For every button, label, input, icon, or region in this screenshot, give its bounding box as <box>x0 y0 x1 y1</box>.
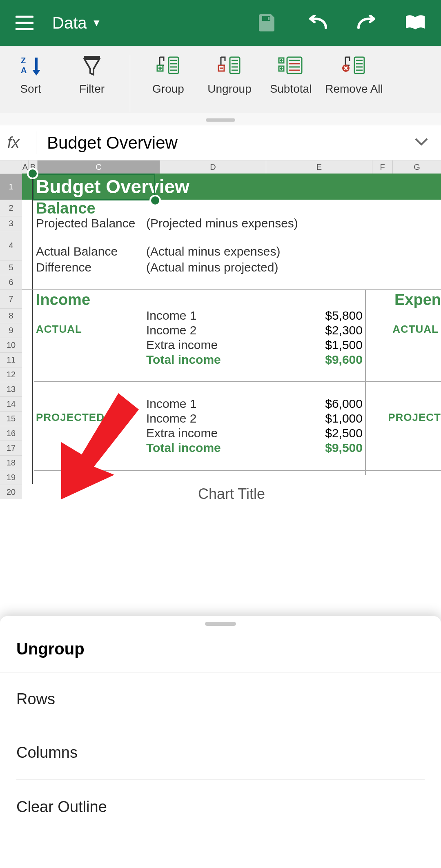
income-proj-1-value[interactable]: $1,000 <box>261 412 363 425</box>
selection-box <box>33 174 155 200</box>
difference-label[interactable]: Difference <box>36 260 146 274</box>
income-proj-2-value[interactable]: $2,500 <box>261 426 363 440</box>
svg-rect-12 <box>169 57 178 73</box>
caret-down-icon: ▼ <box>92 17 102 29</box>
selection-handle-tl[interactable] <box>27 168 38 179</box>
row-header-16[interactable]: 16 <box>0 426 22 441</box>
book-icon[interactable] <box>405 15 425 31</box>
ribbon-tab-label: Data <box>52 14 87 32</box>
row-header-20[interactable]: 20 <box>0 485 22 499</box>
income-proj-total-value[interactable]: $9,500 <box>261 441 363 455</box>
row-header-2[interactable]: 2 <box>0 200 22 216</box>
income-actual-2-value[interactable]: $1,500 <box>261 338 363 352</box>
svg-marker-6 <box>32 70 40 76</box>
row-header-18[interactable]: 18 <box>0 455 22 470</box>
remove-all-button[interactable]: Remove All <box>321 55 387 96</box>
income-proj-2-name[interactable]: Extra income <box>146 426 261 440</box>
expenses-heading[interactable]: Expen <box>394 291 441 309</box>
bottom-sheet-title: Ungroup <box>0 637 441 672</box>
svg-rect-19 <box>230 57 240 73</box>
projected-balance-note[interactable]: (Projected minus expenses) <box>146 216 298 230</box>
spreadsheet[interactable]: A B C D E F G 1 2 3 4 5 6 7 8 9 10 11 12… <box>0 160 441 618</box>
sort-button[interactable]: Z A Sort <box>0 55 61 96</box>
bottom-sheet-drag-handle[interactable] <box>205 622 236 626</box>
difference-note[interactable]: (Actual minus projected) <box>146 260 278 274</box>
col-header-E[interactable]: E <box>266 160 372 174</box>
ribbon: Z A Sort Filter <box>0 46 441 125</box>
ribbon-tab-selector[interactable]: Data ▼ <box>52 14 101 32</box>
svg-rect-30 <box>287 57 302 73</box>
ungroup-button[interactable]: Ungroup <box>199 55 260 96</box>
income-actual-total-label[interactable]: Total income <box>146 353 261 367</box>
income-actual-0-name[interactable]: Income 1 <box>146 309 261 323</box>
column-headers: A B C D E F G <box>0 160 441 174</box>
row-header-4[interactable]: 4 <box>0 231 22 260</box>
ungroup-icon <box>218 55 241 76</box>
income-proj-1-name[interactable]: Income 2 <box>146 412 261 425</box>
actual-label-right[interactable]: ACTUAL <box>392 323 439 336</box>
chart-title[interactable]: Chart Title <box>22 485 441 503</box>
ungroup-rows-option[interactable]: Rows <box>0 672 441 726</box>
income-actual-total-value[interactable]: $9,600 <box>261 353 363 367</box>
row-header-19[interactable]: 19 <box>0 470 22 485</box>
sort-icon: Z A <box>19 55 42 76</box>
projected-label-right[interactable]: PROJECT <box>388 411 441 424</box>
projected-label-left[interactable]: PROJECTED <box>36 411 105 424</box>
redo-icon[interactable] <box>356 15 377 31</box>
save-icon[interactable] <box>258 13 277 32</box>
row-header-1[interactable]: 1 <box>0 174 22 200</box>
row-header-13[interactable]: 13 <box>0 382 22 396</box>
row-header-6[interactable]: 6 <box>0 275 22 289</box>
balance-heading[interactable]: Balance <box>22 200 441 216</box>
income-heading[interactable]: Income <box>36 291 90 309</box>
svg-rect-7 <box>84 56 100 58</box>
ribbon-drag-handle[interactable] <box>206 118 235 122</box>
income-actual-1-name[interactable]: Income 2 <box>146 323 261 337</box>
selection-handle-br[interactable] <box>149 195 161 206</box>
row-header-14[interactable]: 14 <box>0 396 22 411</box>
income-proj-total-label[interactable]: Total income <box>146 441 261 455</box>
col-header-D[interactable]: D <box>160 160 266 174</box>
sheet-content: Budget Overview Balance Projected Balanc… <box>22 174 441 503</box>
svg-text:Z: Z <box>21 56 26 65</box>
col-header-F[interactable]: F <box>372 160 393 174</box>
menu-icon[interactable] <box>16 16 33 30</box>
row-header-10[interactable]: 10 <box>0 338 22 352</box>
col-header-G[interactable]: G <box>393 160 441 174</box>
chevron-down-icon[interactable] <box>415 138 428 148</box>
clear-outline-option[interactable]: Clear Outline <box>0 780 441 834</box>
svg-text:A: A <box>21 66 27 75</box>
actual-balance-note[interactable]: (Actual minus expenses) <box>146 245 280 258</box>
income-actual-1-value[interactable]: $2,300 <box>261 323 363 337</box>
row-header-11[interactable]: 11 <box>0 352 22 367</box>
actual-label-left[interactable]: ACTUAL <box>36 323 82 336</box>
svg-rect-38 <box>354 57 364 73</box>
row-header-17[interactable]: 17 <box>0 441 22 455</box>
subtotal-button[interactable]: Subtotal <box>260 55 321 96</box>
filter-button[interactable]: Filter <box>61 55 122 96</box>
subtotal-icon <box>278 55 303 76</box>
income-proj-0-name[interactable]: Income 1 <box>146 397 261 411</box>
ungroup-columns-option[interactable]: Columns <box>0 726 441 779</box>
formula-value: Budget Overview <box>47 133 415 153</box>
bottom-sheet-ungroup: Ungroup Rows Columns Clear Outline <box>0 616 441 868</box>
formula-bar[interactable]: fx Budget Overview <box>0 125 441 160</box>
group-icon <box>156 55 180 76</box>
col-header-C[interactable]: C <box>38 160 160 174</box>
fx-icon: fx <box>7 134 36 151</box>
row-header-5[interactable]: 5 <box>0 260 22 275</box>
filter-icon <box>82 55 102 76</box>
income-proj-0-value[interactable]: $6,000 <box>261 397 363 411</box>
row-header-15[interactable]: 15 <box>0 411 22 426</box>
projected-balance-label[interactable]: Projected Balance <box>36 216 146 230</box>
income-actual-0-value[interactable]: $5,800 <box>261 309 363 323</box>
row-header-7[interactable]: 7 <box>0 289 22 308</box>
group-button[interactable]: Group <box>138 55 199 96</box>
row-header-3[interactable]: 3 <box>0 216 22 231</box>
undo-icon[interactable] <box>307 15 328 31</box>
row-header-8[interactable]: 8 <box>0 308 22 323</box>
row-header-12[interactable]: 12 <box>0 367 22 382</box>
income-actual-2-name[interactable]: Extra income <box>146 338 261 352</box>
actual-balance-label[interactable]: Actual Balance <box>36 245 146 258</box>
row-header-9[interactable]: 9 <box>0 323 22 338</box>
